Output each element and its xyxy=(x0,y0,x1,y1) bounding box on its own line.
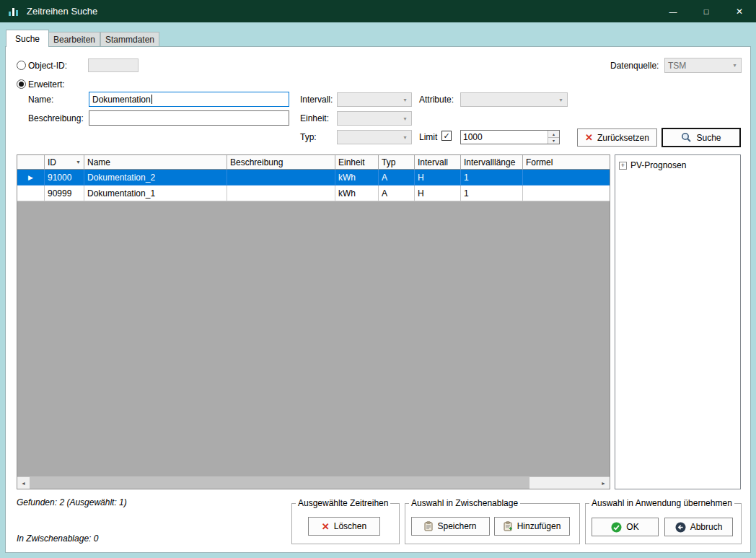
datenquelle-value: TSM xyxy=(668,61,686,71)
scrollbar-track[interactable] xyxy=(30,477,597,489)
tree-panel: + PV-Prognosen xyxy=(615,154,741,489)
chevron-down-icon: ▾ xyxy=(555,97,567,103)
column-header-beschreibung[interactable]: Beschreibung xyxy=(227,155,335,170)
cell-beschreibung[interactable] xyxy=(227,170,335,186)
app-window: Zeitreihen Suche — □ ✕ Suche Bearbeiten … xyxy=(0,0,756,558)
save-to-clipboard-button[interactable]: Speichern xyxy=(411,517,490,536)
search-tab-page: Object-ID: Datenquelle: TSM ▾ Erweitert:… xyxy=(5,46,751,553)
cell-formel[interactable] xyxy=(523,170,610,186)
expand-icon[interactable]: + xyxy=(619,162,627,170)
current-row-arrow-icon: ▶ xyxy=(28,174,33,181)
red-x-icon: ✕ xyxy=(585,133,593,142)
add-button-label: Hinzufügen xyxy=(517,521,561,531)
column-header-id[interactable]: ID ▼ xyxy=(45,155,84,170)
limit-label: Limit xyxy=(419,132,437,142)
group-title: Ausgewählte Zeitreihen xyxy=(296,498,390,508)
limit-value: 1000 xyxy=(461,131,548,144)
row-selector-cell[interactable]: ▶ xyxy=(17,170,45,186)
typ-dropdown: ▾ xyxy=(337,130,412,144)
cell-id[interactable]: 90999 xyxy=(45,186,84,201)
column-header-intervall[interactable]: Intervall xyxy=(415,155,461,170)
scroll-left-button[interactable]: ◄ xyxy=(17,477,30,489)
cell-typ[interactable]: A xyxy=(379,186,415,201)
chevron-down-icon: ▾ xyxy=(399,115,411,122)
beschreibung-input[interactable] xyxy=(89,110,289,126)
scrollbar-thumb[interactable] xyxy=(30,477,529,489)
name-value: Dokumentation xyxy=(92,95,151,105)
chevron-down-icon: ▾ xyxy=(399,134,411,141)
cell-name[interactable]: Dokumentation_1 xyxy=(84,186,227,201)
add-to-clipboard-button[interactable]: Hinzufügen xyxy=(494,517,570,536)
group-selected-series: Ausgewählte Zeitreihen ✕ Löschen xyxy=(291,503,400,544)
titlebar: Zeitreihen Suche — □ ✕ xyxy=(0,0,756,22)
table-row[interactable]: ▶ 91000 Dokumentation_2 kWh A H 1 xyxy=(17,170,610,186)
column-header-einheit[interactable]: Einheit xyxy=(335,155,379,170)
save-button-label: Speichern xyxy=(437,521,476,531)
reset-button-label: Zurücksetzen xyxy=(597,133,649,143)
cell-intervall[interactable]: H xyxy=(415,186,461,201)
window-title: Zeitreihen Suche xyxy=(27,6,97,17)
ok-check-icon xyxy=(611,522,622,533)
search-button[interactable]: Suche xyxy=(662,128,741,147)
results-table: ID ▼ Name Beschreibung Einheit Typ Inter… xyxy=(17,154,610,489)
erweitert-radio[interactable] xyxy=(17,79,26,89)
object-id-radio[interactable] xyxy=(17,61,26,70)
group-title: Auswahl in Anwendung übernehmen xyxy=(589,498,734,508)
column-header-typ[interactable]: Typ xyxy=(379,155,415,170)
column-header-formel[interactable]: Formel xyxy=(523,155,610,170)
magnifier-icon xyxy=(681,132,692,143)
name-label: Name: xyxy=(28,95,53,105)
cell-name[interactable]: Dokumentation_2 xyxy=(84,170,227,186)
intervall-label: Intervall: xyxy=(300,95,333,105)
cell-einheit[interactable]: kWh xyxy=(335,186,379,201)
column-header-selector[interactable] xyxy=(17,155,45,170)
cell-intervalllaenge[interactable]: 1 xyxy=(461,186,523,201)
reset-button[interactable]: ✕ Zurücksetzen xyxy=(577,128,657,147)
ok-button[interactable]: OK xyxy=(592,518,659,536)
tab-bearbeiten[interactable]: Bearbeiten xyxy=(48,32,100,46)
maximize-button[interactable]: □ xyxy=(690,0,723,22)
spin-down-button[interactable]: ▾ xyxy=(548,138,559,144)
cell-intervalllaenge[interactable]: 1 xyxy=(461,170,523,186)
found-status: Gefunden: 2 (Ausgewählt: 1) xyxy=(17,497,127,507)
tab-stammdaten[interactable]: Stammdaten xyxy=(100,32,159,46)
attribute-label: Attribute: xyxy=(419,95,454,105)
limit-input[interactable]: 1000 ▴ ▾ xyxy=(460,130,560,144)
limit-checkbox[interactable]: ✓ xyxy=(441,131,452,141)
horizontal-scrollbar[interactable]: ◄ ► xyxy=(17,476,610,489)
tab-suche[interactable]: Suche xyxy=(6,30,49,47)
cancel-button[interactable]: Abbruch xyxy=(664,518,733,536)
minimize-button[interactable]: — xyxy=(656,0,690,22)
object-id-label: Object-ID: xyxy=(28,61,67,71)
column-header-intervalllaenge[interactable]: Intervalllänge xyxy=(461,155,523,170)
column-header-name[interactable]: Name xyxy=(84,155,227,170)
tree-item-label: PV-Prognosen xyxy=(630,160,686,170)
cell-intervall[interactable]: H xyxy=(415,170,461,186)
delete-button[interactable]: ✕ Löschen xyxy=(308,517,380,536)
cell-id[interactable]: 91000 xyxy=(45,170,84,186)
clipboard-status: In Zwischenablage: 0 xyxy=(17,533,98,544)
intervall-dropdown: ▾ xyxy=(337,92,412,107)
search-button-label: Suche xyxy=(696,133,721,143)
check-icon: ✓ xyxy=(443,132,449,140)
einheit-dropdown: ▾ xyxy=(337,111,412,126)
cell-einheit[interactable]: kWh xyxy=(335,170,379,186)
table-header-row: ID ▼ Name Beschreibung Einheit Typ Inter… xyxy=(17,155,610,170)
limit-spinner: ▴ ▾ xyxy=(548,131,559,144)
table-row[interactable]: 90999 Dokumentation_1 kWh A H 1 xyxy=(17,186,610,201)
spin-up-button[interactable]: ▴ xyxy=(548,131,559,138)
scroll-right-button[interactable]: ► xyxy=(597,477,610,489)
cell-formel[interactable] xyxy=(523,186,610,201)
tree-item-pv-prognosen[interactable]: + PV-Prognosen xyxy=(619,160,686,170)
delete-button-label: Löschen xyxy=(334,521,366,531)
object-id-input xyxy=(88,58,139,72)
row-selector-cell[interactable] xyxy=(17,186,45,201)
group-title: Auswahl in Zwischenablage xyxy=(409,498,520,508)
cell-beschreibung[interactable] xyxy=(227,186,335,201)
datenquelle-dropdown: TSM ▾ xyxy=(664,58,742,73)
name-input[interactable]: Dokumentation xyxy=(89,92,289,107)
close-button[interactable]: ✕ xyxy=(723,0,756,22)
column-header-label: ID xyxy=(48,157,56,167)
table-empty-area xyxy=(17,201,610,476)
cell-typ[interactable]: A xyxy=(379,170,415,186)
